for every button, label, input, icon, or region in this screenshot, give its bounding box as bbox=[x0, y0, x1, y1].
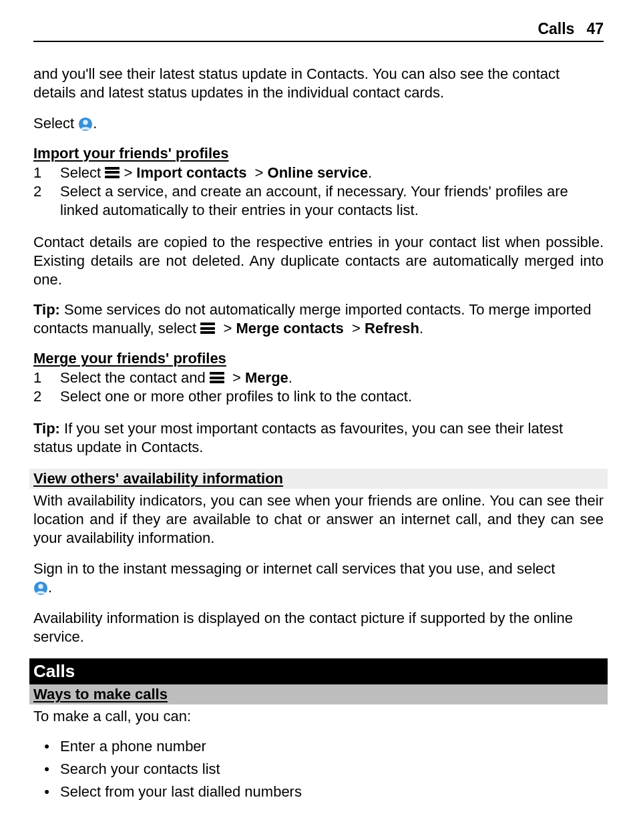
contacts-icon bbox=[33, 581, 48, 596]
menu-path: Refresh bbox=[365, 320, 419, 337]
step-number: 1 bbox=[33, 164, 60, 182]
tip-label: Tip: bbox=[33, 420, 60, 437]
bullet-dot: • bbox=[33, 735, 60, 758]
menu-icon bbox=[200, 321, 215, 336]
calls-intro: To make a call, you can: bbox=[33, 707, 604, 726]
menu-path: Merge bbox=[245, 369, 288, 386]
menu-icon bbox=[210, 371, 224, 385]
step-text: Select the contact and bbox=[60, 369, 210, 386]
merge-step-2: 2 Select one or more other profiles to l… bbox=[33, 387, 604, 406]
availability-p1: With availability indicators, you can se… bbox=[33, 491, 604, 548]
import-steps: 1 Select > Import contacts > Online serv… bbox=[33, 164, 604, 220]
availability-p2-text: Sign in to the instant messaging or inte… bbox=[33, 560, 555, 577]
page: Calls47 and you'll see their latest stat… bbox=[0, 0, 637, 840]
calls-chapter-heading: Calls bbox=[29, 658, 608, 684]
step-number: 2 bbox=[33, 387, 60, 406]
bullet-text: Enter a phone number bbox=[60, 735, 604, 758]
svg-point-3 bbox=[38, 584, 43, 588]
bullet-text: Search your contacts list bbox=[60, 758, 604, 781]
calls-bullet-list: • Enter a phone number • Search your con… bbox=[33, 735, 604, 803]
bullet-dot: • bbox=[33, 781, 60, 803]
import-note: Contact details are copied to the respec… bbox=[33, 233, 604, 289]
header-section: Calls bbox=[538, 20, 574, 37]
page-header: Calls47 bbox=[33, 20, 604, 42]
menu-path: Import contacts bbox=[136, 164, 246, 181]
tip-text: If you set your most important contacts … bbox=[33, 420, 563, 455]
list-item: • Search your contacts list bbox=[33, 758, 604, 781]
menu-path: Merge contacts bbox=[236, 320, 343, 337]
bullet-dot: • bbox=[33, 758, 60, 781]
tip-1: Tip: Some services do not automatically … bbox=[33, 300, 604, 338]
menu-icon bbox=[105, 165, 120, 180]
bullet-text: Select from your last dialled numbers bbox=[60, 781, 604, 803]
import-heading: Import your friends' profiles bbox=[33, 145, 604, 162]
merge-steps: 1 Select the contact and > Merge. 2 Sele… bbox=[33, 369, 604, 406]
calls-subheading: Ways to make calls bbox=[29, 684, 608, 704]
select-line: Select . bbox=[33, 114, 604, 133]
import-step-2: 2 Select a service, and create an accoun… bbox=[33, 182, 604, 220]
tip-2: Tip: If you set your most important cont… bbox=[33, 419, 604, 457]
list-item: • Select from your last dialled numbers bbox=[33, 781, 604, 803]
import-step-1: 1 Select > Import contacts > Online serv… bbox=[33, 164, 604, 182]
svg-point-1 bbox=[83, 120, 88, 124]
menu-path: Online service bbox=[268, 164, 368, 181]
step-text: Select bbox=[60, 164, 105, 181]
availability-p2: Sign in to the instant messaging or inte… bbox=[33, 560, 604, 597]
step-text: Select a service, and create an account,… bbox=[60, 182, 604, 220]
merge-heading: Merge your friends' profiles bbox=[33, 350, 604, 367]
availability-heading: View others' availability information bbox=[29, 469, 608, 489]
intro-paragraph: and you'll see their latest status updat… bbox=[33, 65, 604, 102]
merge-step-1: 1 Select the contact and > Merge. bbox=[33, 369, 604, 387]
select-prefix: Select bbox=[33, 115, 78, 132]
step-number: 2 bbox=[33, 182, 60, 201]
step-number: 1 bbox=[33, 369, 60, 387]
availability-p3: Availability information is displayed on… bbox=[33, 609, 604, 646]
step-text: Select one or more other profiles to lin… bbox=[60, 387, 604, 406]
header-page-number: 47 bbox=[586, 20, 604, 37]
contacts-icon bbox=[78, 117, 93, 132]
tip-label: Tip: bbox=[33, 301, 60, 318]
list-item: • Enter a phone number bbox=[33, 735, 604, 758]
